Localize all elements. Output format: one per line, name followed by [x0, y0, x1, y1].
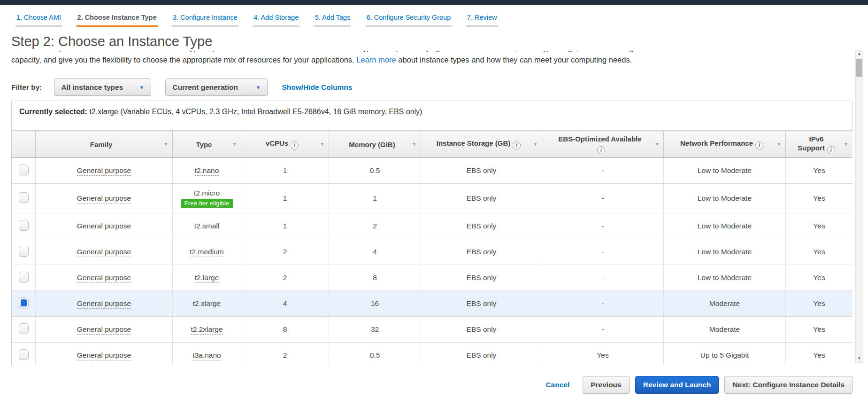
column-header-network-performance[interactable]: Network Performancei ▼ — [664, 131, 786, 158]
ebs-optimized-value: - — [542, 291, 664, 317]
info-icon[interactable]: i — [291, 141, 299, 149]
column-header-vcpus[interactable]: vCPUsi ▼ — [241, 131, 329, 158]
instance-type-link[interactable]: t2.medium — [190, 248, 223, 257]
ebs-optimized-value: - — [542, 265, 664, 291]
family-link[interactable]: General purpose — [77, 248, 131, 257]
info-icon[interactable]: i — [827, 146, 835, 154]
scrollbar-thumb[interactable] — [856, 59, 862, 77]
row-checkbox[interactable] — [19, 297, 29, 308]
previous-button[interactable]: Previous — [583, 376, 629, 394]
scroll-down-arrow-icon[interactable]: ▼ — [856, 355, 863, 362]
description-text-after: about instance types and how they can me… — [398, 55, 632, 64]
instance-type-link[interactable]: t2.small — [194, 222, 219, 231]
currently-selected-label: Currently selected: — [19, 108, 87, 116]
ebs-optimized-value: Yes — [542, 343, 664, 366]
tab-5-add-tags[interactable]: 5. Add Tags — [314, 10, 352, 27]
column-header-ebs-optimized[interactable]: EBS-Optimized Available i ▼ — [542, 131, 664, 158]
vertical-scrollbar[interactable]: ▲ ▼ — [855, 50, 863, 363]
storage-value: EBS only — [421, 158, 542, 184]
instance-type-link[interactable]: t2.nano — [195, 166, 219, 176]
storage-value: EBS only — [421, 265, 542, 291]
cancel-link[interactable]: Cancel — [545, 381, 569, 389]
instance-type-link[interactable]: t2.large — [195, 274, 219, 283]
tab-7-review[interactable]: 7. Review — [466, 10, 498, 27]
instance-type-table: Family ▼ Type ▼ vCPUsi ▼ Memory (GiB) ▼ … — [11, 131, 853, 365]
family-link[interactable]: General purpose — [77, 351, 131, 360]
family-link[interactable]: General purpose — [77, 166, 131, 176]
column-header-type[interactable]: Type ▼ — [173, 131, 241, 158]
table-header-row: Family ▼ Type ▼ vCPUsi ▼ Memory (GiB) ▼ … — [12, 131, 853, 158]
review-and-launch-button[interactable]: Review and Launch — [635, 376, 719, 394]
info-icon[interactable]: i — [597, 146, 605, 154]
scroll-up-arrow-icon[interactable]: ▲ — [856, 50, 863, 58]
instance-type-row[interactable]: General purpose t2.small 1 2 EBS only - … — [12, 213, 853, 239]
generation-filter-dropdown[interactable]: Current generation ▼ — [165, 78, 268, 96]
ipv6-support-value: Yes — [786, 184, 853, 213]
row-checkbox[interactable] — [19, 246, 29, 257]
instance-type-row[interactable]: General purpose t2.large 2 8 EBS only - … — [12, 265, 853, 291]
page-description: capacity, and give you the flexibility t… — [11, 55, 849, 65]
family-link[interactable]: General purpose — [77, 274, 131, 283]
sort-caret-icon: ▼ — [533, 142, 538, 147]
table-body: General purpose t2.nano 1 0.5 EBS only -… — [12, 158, 853, 366]
network-performance-value: Low to Moderate — [664, 239, 786, 265]
instance-type-link[interactable]: t2.micro — [194, 189, 220, 198]
vcpus-value: 8 — [241, 317, 329, 343]
ebs-optimized-value: - — [542, 184, 664, 213]
instance-type-row[interactable]: General purpose t2.micro Free tier eligi… — [12, 184, 853, 213]
ipv6-support-value: Yes — [786, 291, 853, 317]
tab-1-choose-ami[interactable]: 1. Choose AMI — [15, 10, 62, 27]
tab-2-choose-instance-type[interactable]: 2. Choose Instance Type — [77, 10, 158, 27]
description-text: capacity, and give you the flexibility t… — [11, 55, 354, 64]
column-header-memory[interactable]: Memory (GiB) ▼ — [329, 131, 421, 158]
family-link[interactable]: General purpose — [77, 299, 131, 309]
storage-value: EBS only — [421, 343, 542, 366]
network-performance-value: Moderate — [664, 317, 786, 343]
memory-value: 1 — [329, 184, 421, 213]
ipv6-support-value: Yes — [786, 265, 853, 291]
instance-type-row[interactable]: General purpose t3a.nano 2 0.5 EBS only … — [12, 343, 853, 366]
column-header-instance-storage[interactable]: Instance Storage (GB)i ▼ — [421, 131, 542, 158]
memory-value: 0.5 — [329, 343, 421, 366]
instance-table-viewport: Family ▼ Type ▼ vCPUsi ▼ Memory (GiB) ▼ … — [11, 131, 853, 365]
instance-type-link[interactable]: t3a.nano — [192, 351, 221, 360]
row-checkbox[interactable] — [19, 349, 29, 360]
instance-type-row[interactable]: General purpose t2.2xlarge 8 32 EBS only… — [12, 317, 853, 343]
row-checkbox[interactable] — [19, 323, 29, 334]
tab-3-configure-instance[interactable]: 3. Configure Instance — [172, 10, 238, 27]
family-link[interactable]: General purpose — [77, 222, 131, 231]
ebs-optimized-value: - — [542, 317, 664, 343]
instance-type-link[interactable]: t2.xlarge — [193, 299, 221, 307]
row-checkbox[interactable] — [19, 164, 29, 175]
tab-4-add-storage[interactable]: 4. Add Storage — [253, 10, 300, 27]
info-icon[interactable]: i — [755, 141, 763, 149]
row-checkbox[interactable] — [19, 272, 29, 282]
info-icon[interactable]: i — [513, 141, 521, 149]
ipv6-support-value: Yes — [786, 317, 853, 343]
row-checkbox[interactable] — [19, 192, 29, 203]
ipv6-support-value: Yes — [786, 239, 853, 265]
instance-type-filter-dropdown[interactable]: All instance types ▼ — [54, 78, 151, 96]
vcpus-value: 2 — [241, 265, 329, 291]
instance-type-link[interactable]: t2.2xlarge — [191, 325, 223, 335]
learn-more-link[interactable]: Learn more — [356, 55, 396, 64]
vcpus-value: 1 — [241, 184, 329, 213]
family-link[interactable]: General purpose — [77, 325, 131, 335]
column-header-checkbox — [12, 131, 36, 158]
instance-type-row[interactable]: General purpose t2.nano 1 0.5 EBS only -… — [12, 158, 853, 184]
ebs-optimized-value: - — [542, 213, 664, 239]
filter-bar: Filter by: All instance types ▼ Current … — [11, 78, 868, 96]
show-hide-columns-link[interactable]: Show/Hide Columns — [282, 83, 352, 92]
column-header-ipv6-support[interactable]: IPv6 Supporti ▼ — [786, 131, 853, 158]
family-link[interactable]: General purpose — [77, 194, 131, 204]
next-configure-instance-details-button[interactable]: Next: Configure Instance Details — [724, 376, 853, 394]
tab-6-configure-security-group[interactable]: 6. Configure Security Group — [366, 10, 452, 27]
instance-type-row[interactable]: General purpose t2.medium 2 4 EBS only -… — [12, 239, 853, 265]
currently-selected-summary: Currently selected: t2.xlarge (Variable … — [11, 101, 853, 131]
column-header-family[interactable]: Family ▼ — [36, 131, 173, 158]
instance-type-row[interactable]: General purpose t2.xlarge 4 16 EBS only … — [12, 291, 853, 317]
sort-caret-icon: ▼ — [320, 142, 324, 147]
row-checkbox[interactable] — [19, 220, 29, 231]
vcpus-value: 2 — [241, 239, 329, 265]
wizard-tab-bar: 1. Choose AMI 2. Choose Instance Type 3.… — [0, 5, 868, 27]
